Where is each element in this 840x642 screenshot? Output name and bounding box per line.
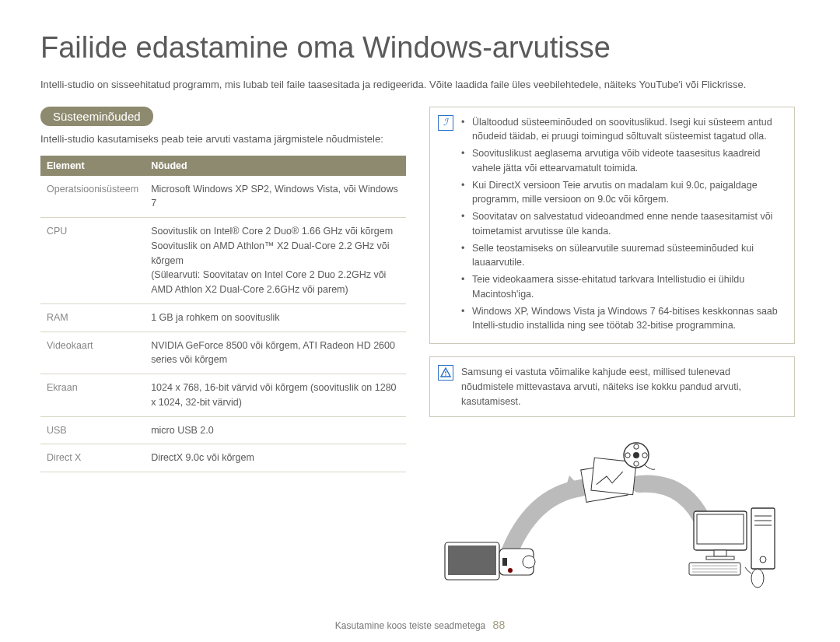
table-cell-value: Soovituslik on Intel® Core 2 Duo® 1.66 G… — [145, 218, 406, 304]
table-header-requirements: Nõuded — [145, 156, 406, 176]
svg-rect-6 — [448, 546, 496, 575]
illustration-svg — [429, 441, 795, 597]
svg-point-8 — [523, 556, 535, 568]
svg-point-9 — [508, 568, 513, 573]
list-item: Selle teostamiseks on sülearvutile suure… — [461, 241, 783, 271]
page-title: Failide edastamine oma Windows-arvutisse — [40, 31, 800, 65]
footer-section-label: Kasutamine koos teiste seadmetega — [335, 620, 485, 631]
svg-point-17 — [625, 453, 630, 458]
svg-point-15 — [634, 444, 639, 449]
page-number: 88 — [493, 619, 506, 631]
svg-rect-10 — [502, 558, 507, 566]
note-box-tips: ℐ Ülaltoodud süsteeminõuded on soovitusl… — [429, 107, 795, 345]
svg-rect-20 — [697, 514, 744, 544]
svg-point-32 — [751, 569, 764, 588]
table-cell-key: Ekraan — [40, 374, 145, 417]
list-item: Soovituslikust aeglasema arvutiga võib v… — [461, 146, 783, 176]
intro-text: Intelli-studio on sisseehitatud programm… — [40, 77, 800, 93]
list-item: Windows XP, Windows Vista ja Windows 7 6… — [461, 304, 783, 334]
list-item: Ülaltoodud süsteeminõuded on soovituslik… — [461, 115, 783, 145]
table-row: CPU Soovituslik on Intel® Core 2 Duo® 1.… — [40, 218, 406, 304]
table-cell-value: 1024 x 768, 16-bit värvid või kõrgem (so… — [145, 374, 406, 417]
table-cell-value: DirectX 9.0c või kõrgem — [145, 444, 406, 472]
list-item: Soovitatav on salvestatud videoandmed en… — [461, 209, 783, 239]
table-row: Ekraan 1024 x 768, 16-bit värvid või kõr… — [40, 374, 406, 417]
info-icon: ℐ — [438, 115, 453, 131]
note-warning-text: Samsung ei vastuta võimalike kahjude ees… — [461, 365, 783, 409]
table-row: Operatsioonisüsteem Microsoft Windows XP… — [40, 176, 406, 218]
svg-point-18 — [642, 453, 647, 458]
arrow-icon — [507, 475, 581, 558]
table-cell-key: USB — [40, 416, 145, 444]
content-columns: Süsteeminõuded Intelli-studio kasutamise… — [40, 107, 800, 473]
warning-icon — [438, 365, 453, 381]
list-item: Kui DirectX versioon Teie arvutis on mad… — [461, 178, 783, 208]
table-cell-key: CPU — [40, 218, 145, 304]
table-header-element: Element — [40, 156, 145, 176]
table-cell-key: Videokaart — [40, 332, 145, 374]
table-cell-key: Operatsioonisüsteem — [40, 176, 145, 218]
column-right: ℐ Ülaltoodud süsteeminõuded on soovitusl… — [429, 107, 795, 473]
table-cell-key: RAM — [40, 303, 145, 332]
note-box-warning: Samsung ei vastuta võimalike kahjude ees… — [429, 356, 795, 417]
table-row: Videokaart NVIDIA GeForce 8500 või kõrge… — [40, 332, 406, 374]
requirements-table: Element Nõuded Operatsioonisüsteem Micro… — [40, 156, 406, 473]
note-tips-content: Ülaltoodud süsteeminõuded on soovituslik… — [461, 115, 783, 336]
camcorder-icon — [445, 542, 535, 580]
table-cell-value: Microsoft Windows XP SP2, Windows Vista,… — [145, 176, 406, 218]
section-header-sysreq: Süsteeminõuded — [40, 107, 153, 126]
svg-point-14 — [633, 452, 639, 458]
svg-point-27 — [760, 556, 766, 563]
desktop-computer-icon — [689, 508, 775, 588]
svg-rect-21 — [714, 550, 726, 556]
table-row: RAM 1 GB ja rohkem on soovituslik — [40, 303, 406, 332]
table-cell-value: NVIDIA GeForce 8500 või kõrgem, ATI Rade… — [145, 332, 406, 374]
svg-rect-22 — [706, 556, 734, 560]
svg-point-2 — [445, 374, 446, 376]
list-item: Teie videokaamera sisse-ehitatud tarkvar… — [461, 272, 783, 302]
film-reel-icon — [624, 443, 655, 469]
svg-point-16 — [634, 461, 639, 466]
table-cell-value: micro USB 2.0 — [145, 416, 406, 444]
table-cell-key: Direct X — [40, 444, 145, 472]
table-row: USB micro USB 2.0 — [40, 416, 406, 444]
table-cell-value: 1 GB ja rohkem on soovituslik — [145, 303, 406, 332]
sysreq-subtext: Intelli-studio kasutamiseks peab teie ar… — [40, 132, 406, 146]
page-footer: Kasutamine koos teiste seadmetega 88 — [0, 619, 840, 631]
table-row: Direct X DirectX 9.0c või kõrgem — [40, 444, 406, 472]
workflow-illustration — [429, 441, 795, 597]
column-left: Süsteeminõuded Intelli-studio kasutamise… — [40, 107, 406, 473]
